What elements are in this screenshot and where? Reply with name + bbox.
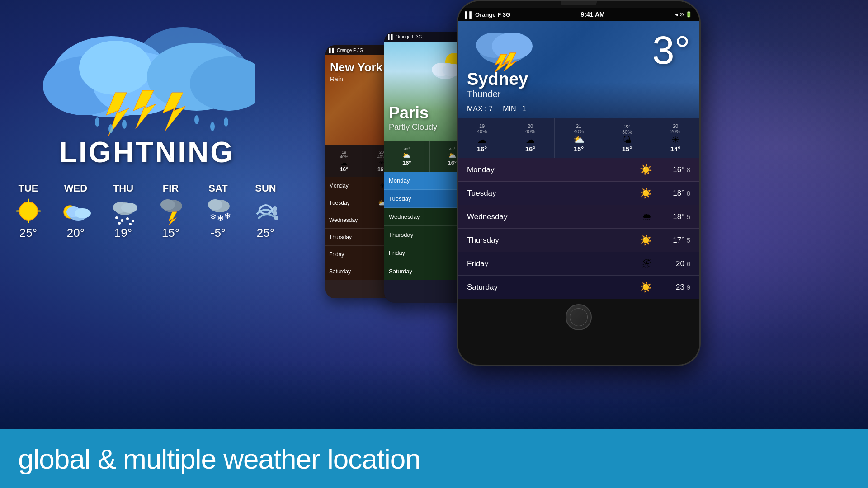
day-temp-thu: 19° [114,226,132,240]
sydney-condition: Thunder [467,89,528,99]
svg-point-11 [95,117,99,127]
day-item-fir: FIR 15° [151,183,190,240]
day-item-tue: TUE 25° [9,183,47,240]
newyork-condition: Rain [326,75,400,83]
day-icon-tue [13,197,44,224]
day-icon-fir [155,197,187,224]
day-item-wed: WED 20° [57,183,95,240]
svg-point-25 [75,208,91,218]
day-temp-sat: -5° [211,226,226,240]
day-temp-fir: 15° [162,226,179,240]
svg-point-28 [121,203,137,213]
svg-point-17 [19,202,38,220]
day-temp-tue: 25° [19,226,37,240]
svg-point-15 [210,122,215,131]
svg-point-5 [79,41,151,95]
weather-type-label: LIGHTNING [59,136,235,169]
day-label-sun: SUN [255,183,276,194]
left-section: LIGHTNING TUE 25° WED [0,0,294,366]
sydney-wednesday[interactable]: Wednesday 🌧 18° 5 [458,205,699,229]
cloud-illustration [38,14,255,140]
day-label-fir: FIR [163,183,179,194]
sydney-speaker [561,1,597,5]
sydney-carrier: ▌▌ Orange F 3G [465,11,510,18]
day-item-thu: THU 19° [104,183,142,240]
svg-point-44 [273,211,277,216]
svg-point-12 [108,124,113,133]
sydney-maxmin: MAX : 7 MIN : 1 [467,105,526,113]
svg-point-14 [194,115,199,124]
svg-point-16 [224,117,228,127]
newyork-carrier: ▌▌ Orange F 3G [329,48,363,53]
svg-point-13 [122,120,127,129]
svg-point-33 [118,222,121,225]
day-icon-thu [108,197,139,224]
phones-area: ▌▌ Orange F 3G 9:… New York Rain 19 40% … [280,0,868,366]
day-temp-sun: 25° [257,226,274,240]
svg-text:❄: ❄ [217,214,224,223]
sydney-battery: ◂ ⊙ 🔋 [675,11,692,18]
sydney-home-button[interactable] [566,304,592,330]
sydney-status-bar: ▌▌ Orange F 3G 9:41 AM ◂ ⊙ 🔋 [458,8,699,21]
svg-point-31 [126,217,129,220]
cloud-svg [38,14,255,140]
sydney-temp: 3° [652,30,690,70]
day-icon-sun [250,197,282,224]
svg-point-34 [129,223,132,225]
sydney-city: Sydney [467,70,528,89]
sydney-forecast-row: 19 40% ☁ 16° 20 40% ☁ 16° 21 40% ⛅ 15° 2… [458,118,699,158]
paris-city: Paris [389,103,437,122]
sydney-saturday[interactable]: Saturday ☀️ 23 9 [458,276,699,299]
day-label-tue: TUE [19,183,38,194]
day-item-sun: SUN 25° [246,183,285,240]
svg-point-45 [274,216,278,220]
paris-carrier: ▌▌ Orange F 3G [388,34,422,39]
sydney-friday[interactable]: Friday ⛈ 20 6 [458,252,699,276]
newyork-city: New York [326,55,400,75]
svg-point-43 [273,206,277,211]
svg-point-32 [132,220,134,222]
svg-point-39 [208,199,222,210]
day-item-sat: SAT ❄ ❄ ❄ -5° [199,183,237,240]
sydney-day-list: Monday ☀️ 16° 8 Tuesday ☀️ 18° 8 Wednesd… [458,158,699,299]
day-icon-wed [60,197,92,224]
svg-point-29 [115,216,118,219]
sydney-tuesday[interactable]: Tuesday ☀️ 18° 8 [458,182,699,205]
sydney-top-space [458,1,699,8]
sydney-time: 9:41 AM [581,11,605,18]
svg-point-30 [121,219,123,222]
sydney-header: 3° Sydney Thunder MAX : 7 MIN : 1 [458,21,699,118]
sydney-bottom-bar [458,299,699,335]
days-row: TUE 25° WED [9,183,285,240]
bottom-bar: global & multiple weather location [0,429,868,488]
day-label-thu: THU [113,183,133,194]
day-label-sat: SAT [208,183,227,194]
bottom-bar-text: global & multiple weather location [18,443,420,475]
sydney-monday[interactable]: Monday ☀️ 16° 8 [458,158,699,182]
day-temp-wed: 20° [67,226,85,240]
sydney-thursday[interactable]: Thursday ☀️ 17° 5 [458,229,699,252]
svg-text:❄: ❄ [224,211,231,221]
paris-condition: Partly Cloudy [389,122,437,132]
day-icon-sat: ❄ ❄ ❄ [203,197,234,224]
svg-point-36 [160,199,175,210]
phone-sydney[interactable]: ▌▌ Orange F 3G 9:41 AM ◂ ⊙ 🔋 [457,0,701,366]
svg-text:❄: ❄ [210,212,217,221]
svg-marker-37 [169,212,177,225]
day-label-wed: WED [64,183,87,194]
